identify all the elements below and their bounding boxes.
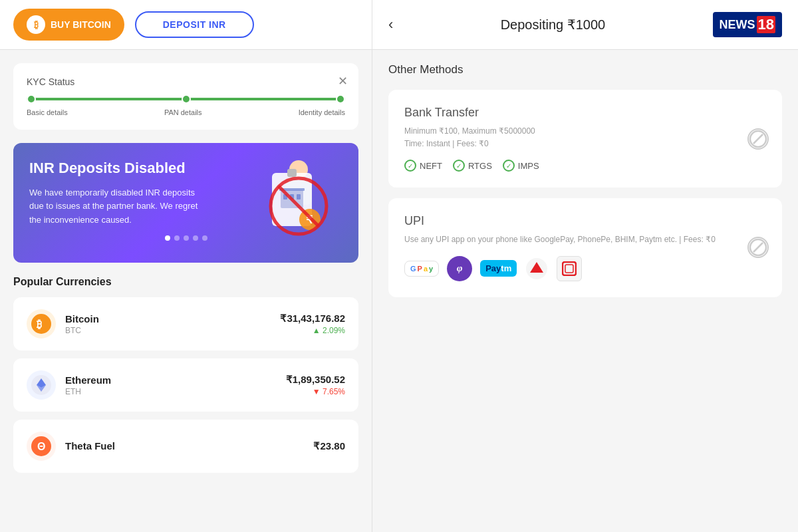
kyc-label-identity: Identity details xyxy=(299,108,345,116)
rtgs-check-icon: ✓ xyxy=(453,160,465,172)
imps-check-icon: ✓ xyxy=(503,160,515,172)
buy-bitcoin-label: BUY BITCOIN xyxy=(51,19,111,30)
gpay-icon: GPay xyxy=(404,261,439,277)
svg-text:₿: ₿ xyxy=(37,319,42,330)
imps-label: IMPS xyxy=(518,161,539,171)
theta-price: ₹23.80 xyxy=(313,440,345,452)
neft-tag: ✓ NEFT xyxy=(404,160,442,172)
banner-dot-4 xyxy=(193,235,198,241)
bitcoin-icon: ₿ xyxy=(27,15,45,34)
bank-transfer-name: Bank Transfer xyxy=(404,106,766,120)
svg-rect-24 xyxy=(563,262,576,275)
theta-currency-icon: Θ xyxy=(27,432,56,461)
other-methods-title: Other Methods xyxy=(388,63,782,76)
news18-logo: NEWS 18 xyxy=(713,12,782,37)
bank-transfer-tags: ✓ NEFT ✓ RTGS ✓ IMPS xyxy=(404,160,766,172)
ethereum-currency-icon xyxy=(27,370,56,400)
banner-dot-2 xyxy=(174,235,180,241)
imps-tag: ✓ IMPS xyxy=(503,160,539,172)
ethereum-change: ▼ 7.65% xyxy=(286,387,345,396)
left-panel: KYC Status ✕ Basic details PAN details I… xyxy=(0,50,372,532)
buy-bitcoin-button[interactable]: ₿ BUY BITCOIN xyxy=(13,9,124,41)
bank-transfer-disabled-icon xyxy=(747,128,769,150)
kyc-progress-bar xyxy=(27,98,345,100)
upi-info: Use any UPI app on your phone like Googl… xyxy=(404,233,766,246)
banner-text-block: INR Deposits Disabled We have temporaril… xyxy=(29,159,342,241)
neft-check-icon: ✓ xyxy=(404,160,416,172)
bitcoin-symbol: BTC xyxy=(65,326,271,335)
banner-dot-3 xyxy=(184,235,189,241)
bank-transfer-card[interactable]: Bank Transfer Minimum ₹100, Maximum ₹500… xyxy=(388,90,782,188)
rtgs-tag: ✓ RTGS xyxy=(453,160,492,172)
header-left-section: ₿ BUY BITCOIN DEPOSIT INR xyxy=(0,0,372,49)
ethereum-info: Ethereum ETH xyxy=(65,374,277,396)
header-right-section: ‹ Depositing ₹1000 NEWS 18 xyxy=(372,0,798,49)
deposit-inr-button[interactable]: DEPOSIT INR xyxy=(135,11,254,38)
currency-card-theta[interactable]: Θ Theta Fuel ₹23.80 xyxy=(13,420,358,473)
svg-line-21 xyxy=(753,134,763,144)
svg-line-27 xyxy=(753,243,763,252)
kyc-dot-3 xyxy=(336,94,345,104)
svg-text:Θ: Θ xyxy=(37,441,45,452)
upi-card[interactable]: UPI Use any UPI app on your phone like G… xyxy=(388,198,782,297)
kyc-dot-2 xyxy=(182,94,191,104)
bitcoin-price: ₹31,43,176.82 xyxy=(280,313,345,325)
kyc-label-basic: Basic details xyxy=(27,108,68,116)
currency-card-bitcoin[interactable]: ₿ Bitcoin BTC ₹31,43,176.82 ▲ 2.09% xyxy=(13,297,358,350)
news18-number: 18 xyxy=(757,16,775,33)
right-panel: Other Methods Bank Transfer Minimum ₹100… xyxy=(372,50,798,532)
upi-name: UPI xyxy=(404,214,766,228)
ethereum-price-block: ₹1,89,350.52 ▼ 7.65% xyxy=(286,374,345,396)
app-header: ₿ BUY BITCOIN DEPOSIT INR ‹ Depositing ₹… xyxy=(0,0,798,50)
depositing-title: Depositing ₹1000 xyxy=(501,17,606,33)
kyc-dots xyxy=(27,94,345,104)
paytm-icon: Paytm xyxy=(480,260,517,277)
upi-app-icons: GPay φ Paytm xyxy=(404,256,766,281)
rtgs-label: RTGS xyxy=(468,161,492,171)
kyc-card: KYC Status ✕ Basic details PAN details I… xyxy=(13,63,358,130)
theta-name: Theta Fuel xyxy=(65,440,304,452)
ethereum-symbol: ETH xyxy=(65,387,277,396)
theta-info: Theta Fuel xyxy=(65,440,304,453)
svg-rect-25 xyxy=(565,265,573,273)
popular-currencies-title: Popular Currencies xyxy=(13,276,358,288)
banner-dot-1 xyxy=(165,235,170,241)
news18-text: NEWS xyxy=(720,18,755,32)
bitcoin-info: Bitcoin BTC xyxy=(65,313,271,335)
bhim-icon xyxy=(557,256,582,281)
currency-card-ethereum[interactable]: Ethereum ETH ₹1,89,350.52 ▼ 7.65% xyxy=(13,358,358,412)
neft-label: NEFT xyxy=(420,161,442,171)
bitcoin-name: Bitcoin xyxy=(65,313,271,325)
bitcoin-price-block: ₹31,43,176.82 ▲ 2.09% xyxy=(280,313,345,335)
kyc-dot-1 xyxy=(27,94,36,104)
kyc-title: KYC Status xyxy=(27,76,345,87)
kyc-label-pan: PAN details xyxy=(164,108,202,116)
bank-transfer-info: Minimum ₹100, Maximum ₹5000000 Time: Ins… xyxy=(404,125,766,150)
main-content: KYC Status ✕ Basic details PAN details I… xyxy=(0,50,798,532)
banner-description: We have temporarily disabled INR deposit… xyxy=(29,186,202,227)
back-icon: ‹ xyxy=(388,16,393,33)
airtel-icon xyxy=(525,257,549,281)
upi-disabled-icon xyxy=(747,237,769,258)
phonepe-icon: φ xyxy=(447,256,472,281)
banner-pagination-dots xyxy=(29,235,342,241)
kyc-close-button[interactable]: ✕ xyxy=(338,74,348,88)
banner-title: INR Deposits Disabled xyxy=(29,159,342,178)
theta-price-block: ₹23.80 xyxy=(313,440,345,452)
deposit-inr-label: DEPOSIT INR xyxy=(163,19,226,30)
back-button[interactable]: ‹ xyxy=(388,16,393,33)
bitcoin-currency-icon: ₿ xyxy=(27,309,56,338)
ethereum-name: Ethereum xyxy=(65,374,277,386)
kyc-labels: Basic details PAN details Identity detai… xyxy=(27,108,345,116)
inr-disabled-banner: INR Deposits Disabled We have temporaril… xyxy=(13,143,358,263)
banner-dot-5 xyxy=(202,235,207,241)
bitcoin-change: ▲ 2.09% xyxy=(280,326,345,335)
ethereum-price: ₹1,89,350.52 xyxy=(286,374,345,386)
